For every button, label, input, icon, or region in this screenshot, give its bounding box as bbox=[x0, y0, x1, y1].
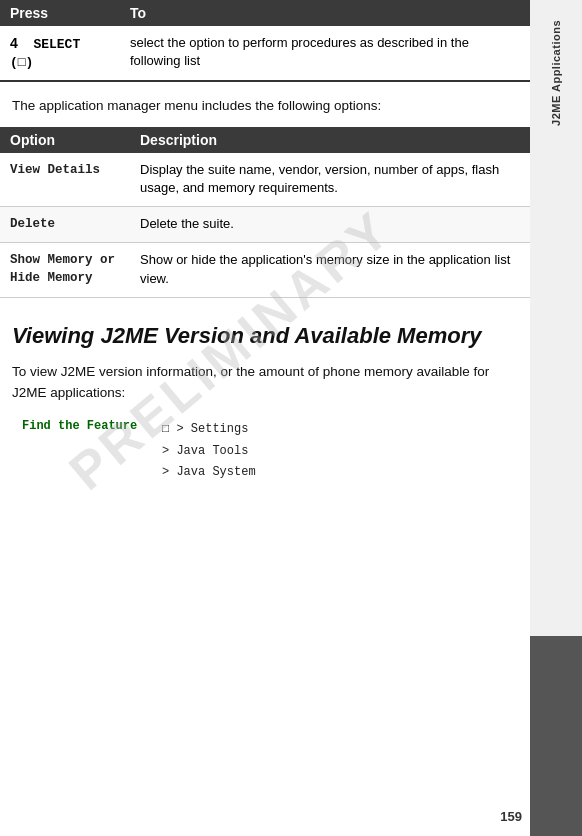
find-feature-table: Find the Feature □ > Settings > Java Too… bbox=[12, 413, 518, 490]
press-cell: 4 SELECT (□) bbox=[0, 26, 120, 81]
path-line3: > Java System bbox=[162, 465, 256, 479]
main-content: Press To 4 SELECT (□) select the option … bbox=[0, 0, 530, 836]
option-cell: Show Memory orHide Memory bbox=[0, 243, 130, 298]
options-table: Option Description View Details Display … bbox=[0, 127, 530, 298]
find-feature-path: □ > Settings > Java Tools > Java System bbox=[152, 413, 518, 490]
section-heading: Viewing J2ME Version and Available Memor… bbox=[0, 314, 530, 357]
description-cell: Display the suite name, vendor, version,… bbox=[130, 153, 530, 207]
body-text: To view J2ME version information, or the… bbox=[0, 356, 530, 413]
press-to-table: Press To 4 SELECT (□) select the option … bbox=[0, 0, 530, 82]
option-col-header: Option bbox=[0, 127, 130, 153]
table-row: 4 SELECT (□) select the option to perfor… bbox=[0, 26, 530, 81]
sidebar-color-block bbox=[530, 636, 582, 836]
table-row: Delete Delete the suite. bbox=[0, 207, 530, 243]
page-number: 159 bbox=[500, 809, 522, 824]
select-cmd: SELECT (□) bbox=[10, 37, 80, 70]
description-col-header: Description bbox=[130, 127, 530, 153]
option-cell: View Details bbox=[0, 153, 130, 207]
to-col-header: To bbox=[120, 0, 530, 26]
intro-text: The application manager menu includes th… bbox=[0, 82, 530, 126]
description-cell: Show or hide the application's memory si… bbox=[130, 243, 530, 298]
press-col-header: Press bbox=[0, 0, 120, 26]
find-feature-row: Find the Feature □ > Settings > Java Too… bbox=[12, 413, 518, 490]
table-row: View Details Display the suite name, ven… bbox=[0, 153, 530, 207]
row-number: 4 bbox=[10, 35, 18, 51]
sidebar-label: J2ME Applications bbox=[550, 20, 562, 126]
find-feature-label: Find the Feature bbox=[12, 413, 152, 490]
path-line1: □ > Settings bbox=[162, 422, 248, 436]
path-line2: > Java Tools bbox=[162, 444, 248, 458]
to-cell: select the option to perform procedures … bbox=[120, 26, 530, 81]
description-cell: Delete the suite. bbox=[130, 207, 530, 243]
table-row: Show Memory orHide Memory Show or hide t… bbox=[0, 243, 530, 298]
right-sidebar: J2ME Applications bbox=[530, 0, 582, 836]
option-cell: Delete bbox=[0, 207, 130, 243]
